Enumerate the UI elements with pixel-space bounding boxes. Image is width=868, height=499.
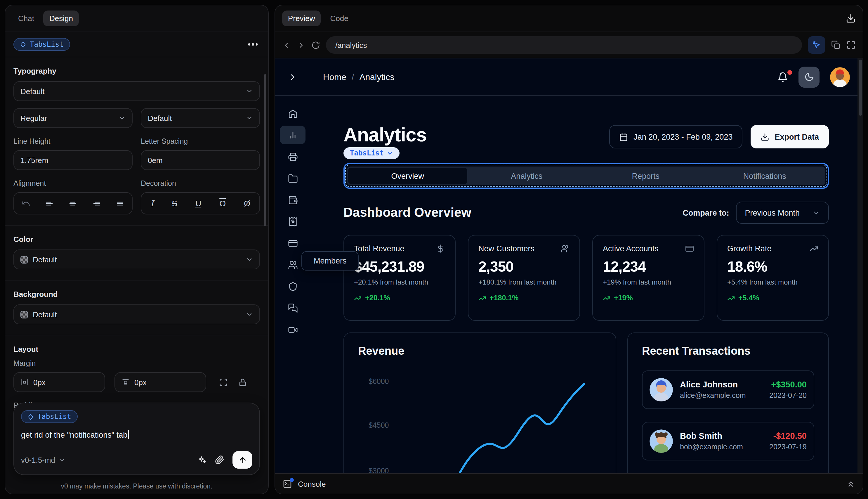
sidebar-item-cards[interactable] [280,234,306,253]
export-data-button[interactable]: Export Data [751,125,829,148]
sidebar-item-files[interactable] [280,169,306,187]
stat-title: New Customers [479,244,534,253]
compare-select[interactable]: Previous Month [736,202,829,224]
margin-x-input[interactable]: 0px [13,372,105,392]
lock-icon[interactable] [238,378,247,387]
send-button[interactable] [233,451,252,468]
chat-composer[interactable]: TabsList get rid of the "notifications" … [13,403,260,475]
chevron-down-icon [246,88,253,95]
breadcrumb: Home / Analytics [323,72,394,82]
line-height-input[interactable]: 1.75rem [13,150,133,170]
sidebar-item-analytics[interactable] [280,126,306,144]
download-icon[interactable] [846,13,856,23]
align-center-icon[interactable] [69,199,77,208]
tab-preview[interactable]: Preview [282,11,321,26]
align-right-icon[interactable] [92,199,101,208]
selection-overlay-chip[interactable]: TabsList [344,147,399,159]
no-decoration-icon[interactable]: Ø [244,199,250,208]
font-size-select[interactable]: Default [141,108,260,128]
component-diamond-icon [20,41,26,48]
margin-y-input[interactable]: 0px [114,372,206,392]
preview-scrollbar[interactable] [857,58,863,473]
credit-card-icon [685,244,694,253]
breadcrumb-home[interactable]: Home [323,72,346,82]
breadcrumb-current: Analytics [359,72,394,82]
sidebar-item-print[interactable] [280,147,306,166]
font-weight-select[interactable]: Regular [13,108,133,128]
expand-sides-icon[interactable] [219,378,228,387]
underline-icon[interactable]: U [195,199,201,208]
italic-icon[interactable]: I [150,199,153,208]
design-panel-scrollbar[interactable] [264,74,266,226]
paperclip-icon[interactable] [215,455,224,464]
copy-icon[interactable] [831,40,841,50]
sidebar-item-security[interactable] [280,277,306,296]
sidebar-toggle-icon[interactable] [288,72,297,82]
stat-card-active-accounts: Active Accounts 12,234 +19% from last mo… [592,235,705,321]
alignment-label: Alignment [13,179,133,187]
tab-analytics[interactable]: Analytics [467,168,586,184]
design-properties: Typography Default Regular Default Line … [5,66,268,434]
chevrons-up-icon[interactable] [846,479,855,488]
dollar-icon [436,244,445,253]
preview-panel: Preview Code /analytics Home / Analytic [274,5,863,494]
notifications-button[interactable] [778,72,788,82]
sidebar-item-home[interactable] [280,104,306,123]
tab-chat[interactable]: Chat [12,11,40,26]
v0-workspace: Chat Design TabsList Typography Default … [0,0,868,499]
back-icon[interactable] [282,40,291,49]
chevron-down-icon [59,457,65,463]
decoration-control: I S U O Ø [141,192,260,215]
sidebar-item-wallet[interactable] [280,191,306,209]
selected-component-chip[interactable]: TabsList [13,38,70,51]
transaction-row[interactable]: Alice Johnson alice@example.com +$350.00… [642,370,814,409]
color-select[interactable]: Default [13,250,260,269]
tab-notifications[interactable]: Notifications [705,168,824,184]
sidebar-item-messages[interactable] [280,299,306,317]
transaction-avatar [649,378,673,401]
reset-alignment-icon[interactable] [21,199,30,208]
design-mode-cursor-button[interactable] [808,36,826,54]
date-range-button[interactable]: Jan 20, 2023 - Feb 09, 2023 [609,125,742,148]
trending-up-icon [603,294,610,302]
trending-up-icon [354,294,362,302]
console-bar[interactable]: Console [275,473,863,494]
sidebar-item-invoices[interactable] [280,212,306,231]
strikethrough-icon[interactable]: S [172,199,177,208]
font-family-select[interactable]: Default [13,81,260,101]
letter-spacing-input[interactable]: 0em [141,150,260,170]
model-value: v0-1.5-md [21,455,55,464]
refresh-icon[interactable] [311,40,320,49]
stat-card-total-revenue: Total Revenue $45,231.89 +20.1% from las… [344,235,456,321]
model-select[interactable]: v0-1.5-md [21,455,65,464]
chevron-down-icon [246,311,253,318]
background-select[interactable]: Default [13,304,260,324]
fullscreen-icon[interactable] [846,40,856,50]
forward-icon[interactable] [297,40,306,49]
sparkles-icon[interactable] [197,455,207,464]
font-weight-value: Regular [21,114,114,122]
stat-title: Growth Rate [727,244,772,253]
tab-design[interactable]: Design [44,11,79,26]
composer-component-chip[interactable]: TabsList [21,410,78,423]
date-range-value: Jan 20, 2023 - Feb 09, 2023 [633,132,732,141]
more-options-icon[interactable] [246,41,260,48]
letter-spacing-label: Letter Spacing [141,137,260,146]
bar-chart-icon [288,130,298,140]
stat-trend: +5.4% [738,294,759,302]
theme-toggle-button[interactable] [798,66,819,87]
overline-icon[interactable]: O [219,199,226,208]
align-justify-icon[interactable] [116,199,125,208]
tab-code[interactable]: Code [324,11,354,26]
transaction-row[interactable]: Bob Smith bob@example.com -$120.50 2023-… [642,422,814,460]
stat-value: 2,350 [479,258,570,275]
align-left-icon[interactable] [45,199,54,208]
tab-overview[interactable]: Overview [348,168,467,184]
prompt-input[interactable]: get rid of the "notifications" tab [21,430,252,439]
component-diamond-icon [27,413,34,420]
url-input[interactable]: /analytics [326,36,802,54]
tab-reports[interactable]: Reports [586,168,705,184]
user-avatar[interactable] [830,67,850,87]
sidebar-item-video[interactable] [280,320,306,339]
scrollbar-thumb[interactable] [858,60,862,116]
